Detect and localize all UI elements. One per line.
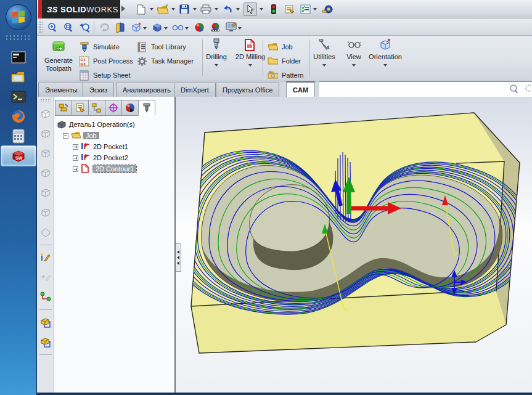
tab-cam-manager[interactable]	[138, 100, 155, 116]
tab-dimxpert[interactable]: DimXpert	[174, 83, 216, 97]
generate-toolpath-button[interactable]: Generate Toolpath	[41, 38, 76, 79]
view-cube-icon-5[interactable]	[39, 186, 52, 200]
start-button[interactable]	[6, 4, 31, 30]
tab-cam[interactable]: CAM	[286, 81, 315, 97]
setup-sheet-button[interactable]: Setup Sheet	[79, 69, 131, 81]
view-orientation-button[interactable]	[129, 20, 143, 34]
utilities-caret-icon[interactable]	[322, 64, 326, 67]
display-style-button[interactable]	[150, 20, 164, 34]
drilling-button[interactable]: Drilling	[199, 38, 234, 67]
measure-button[interactable]	[321, 2, 334, 16]
checker-caret-icon[interactable]	[313, 8, 317, 10]
undo-button[interactable]	[221, 2, 234, 16]
tree-item-job[interactable]: Job	[63, 130, 136, 141]
tree-root-row[interactable]: Деталь1 Operation(s)	[57, 119, 136, 130]
tab-sketch[interactable]: Эскиз	[83, 83, 114, 97]
view-settings-button[interactable]	[224, 20, 238, 34]
svg-text:SW: SW	[15, 156, 23, 160]
cam-ribbon: Generate Toolpath Simulate G1G3 Post Pro…	[37, 36, 532, 81]
tab-display-manager[interactable]	[121, 100, 139, 116]
orientation-button[interactable]: Orientation	[365, 38, 406, 67]
undo-caret-icon[interactable]	[236, 8, 240, 10]
view-cube-icon-2[interactable]	[39, 127, 52, 140]
tab-feature-manager[interactable]	[55, 100, 72, 116]
milling-2d-caret-icon[interactable]	[248, 64, 252, 67]
select-button[interactable]	[243, 2, 257, 16]
tab-elements[interactable]: Элементы	[38, 83, 84, 97]
zoom-to-fit-button[interactable]	[46, 20, 59, 34]
print-button[interactable]	[199, 2, 213, 16]
graphics-viewport[interactable]	[176, 97, 532, 393]
view-cube-icon-6[interactable]	[39, 206, 52, 219]
orientation-ribbon-caret-icon[interactable]	[383, 64, 387, 67]
section-view-button[interactable]	[113, 20, 127, 34]
open-caret-icon[interactable]	[171, 8, 175, 10]
taskbar-item-command-prompt[interactable]	[4, 48, 33, 67]
svg-text:G1: G1	[81, 57, 86, 61]
tab-evaluate[interactable]: Анализировать	[116, 83, 178, 97]
tab-configuration-manager[interactable]	[88, 100, 105, 116]
print-caret-icon[interactable]	[215, 8, 218, 10]
tree-item-pocket1[interactable]: 2D Pocket1	[73, 141, 136, 152]
orientation-ribbon-icon	[379, 38, 392, 52]
panel-splitter-handle[interactable]	[176, 243, 181, 272]
save-button[interactable]	[178, 2, 191, 16]
apply-scene-button[interactable]	[208, 20, 222, 34]
collapse-toggle-icon[interactable]	[63, 133, 68, 139]
design-checker-button[interactable]	[298, 2, 312, 16]
rebuild-button[interactable]	[267, 2, 280, 16]
view-cube-icon-4[interactable]	[39, 166, 52, 180]
view-cube-icon-1[interactable]	[39, 107, 52, 121]
pattern-button[interactable]: Pattern	[268, 69, 303, 81]
zoom-to-area-button[interactable]	[62, 20, 75, 34]
new-document-button[interactable]	[134, 2, 148, 16]
rotate-view-button[interactable]	[97, 20, 111, 34]
zoom-previous-button[interactable]	[78, 20, 91, 34]
taskbar-item-file-explorer[interactable]	[4, 68, 33, 86]
taskbar-item-calculator[interactable]	[4, 127, 33, 145]
sketch-icon[interactable]	[39, 251, 52, 264]
menu-expand-icon[interactable]	[121, 6, 125, 12]
new-caret-icon[interactable]	[150, 8, 153, 10]
view-caret-icon[interactable]	[352, 64, 356, 67]
view-cube-icon-3[interactable]	[39, 147, 52, 160]
file-properties-button[interactable]	[282, 2, 296, 16]
folder-button[interactable]: Folder	[268, 55, 301, 67]
post-process-button[interactable]: G1G3 Post Process	[79, 55, 133, 67]
hide-show-button[interactable]	[171, 20, 185, 34]
tab-property-manager[interactable]	[72, 100, 89, 116]
magnifier-icon[interactable]	[509, 84, 520, 94]
tree-item-pocket2[interactable]: 2D Pocket2	[73, 152, 136, 163]
tree-item-contour1[interactable]: 2D Contour1	[73, 163, 136, 174]
tab-dimxpert-manager[interactable]	[105, 100, 122, 116]
hideshow-caret-icon[interactable]	[185, 27, 189, 30]
tool-library-button[interactable]: Tool Library	[137, 41, 186, 53]
taskbar-item-solidworks[interactable]: SW	[1, 145, 36, 166]
select-caret-icon[interactable]	[260, 8, 263, 10]
magnifier-partial-icon[interactable]	[525, 84, 531, 94]
task-manager-button[interactable]: Task Manager	[137, 55, 194, 67]
open-button[interactable]	[156, 2, 170, 16]
job-button[interactable]: Job	[268, 41, 293, 53]
view-isometric-icon[interactable]	[39, 226, 52, 239]
reference-geometry-icon[interactable]	[39, 290, 52, 304]
save-caret-icon[interactable]	[193, 8, 197, 10]
expand-toggle-icon[interactable]	[73, 155, 78, 161]
appearance-ball-icon	[194, 22, 205, 33]
edit-appearance-button[interactable]	[192, 20, 206, 34]
edit-sketch-icon[interactable]	[39, 271, 52, 284]
expand-toggle-icon[interactable]	[73, 144, 78, 150]
display-caret-icon[interactable]	[164, 27, 168, 30]
taskbar-item-firefox[interactable]	[4, 107, 33, 126]
taskbar-item-terminal[interactable]	[4, 88, 33, 106]
settings-caret-icon[interactable]	[238, 27, 242, 30]
orientation-caret-icon[interactable]	[143, 27, 147, 30]
drilling-caret-icon[interactable]	[215, 64, 218, 67]
instant3d-icon-1[interactable]	[39, 316, 52, 329]
tab-label: Элементы	[45, 86, 78, 94]
simulate-button[interactable]: Simulate	[79, 41, 120, 53]
instant3d-icon-2[interactable]	[39, 335, 52, 349]
expand-toggle-icon[interactable]	[73, 166, 78, 172]
tab-office[interactable]: Продукты Office	[216, 83, 279, 97]
view-toolbar	[37, 18, 532, 36]
